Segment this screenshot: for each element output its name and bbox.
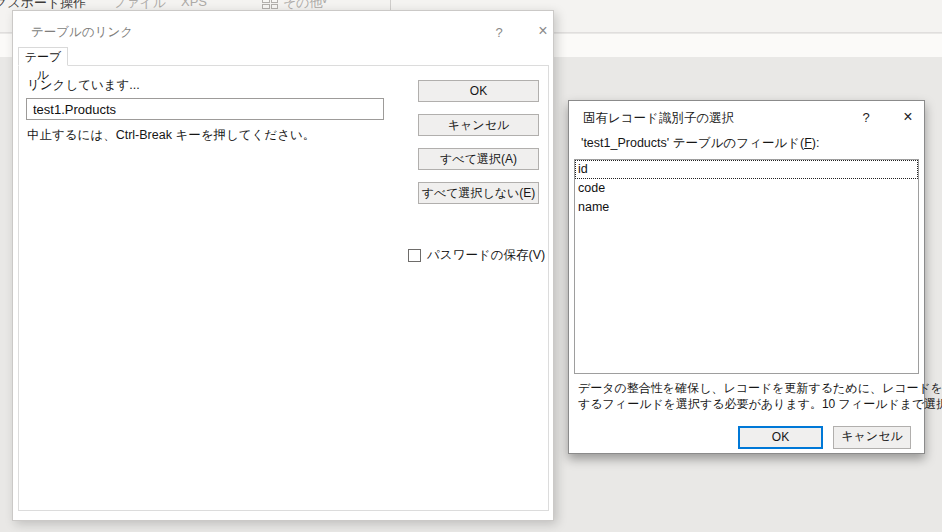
list-item[interactable]: name: [575, 198, 918, 217]
help-icon[interactable]: ?: [484, 25, 514, 40]
ok-button[interactable]: OK: [418, 80, 539, 102]
cancel-button[interactable]: キャンセル: [833, 426, 911, 449]
dialog-title: テーブルのリンク: [31, 24, 133, 41]
link-tables-dialog: テーブルのリンク ? × テーブル リンクしています... 中止するには、Ctr…: [12, 10, 554, 521]
list-item[interactable]: code: [575, 179, 918, 198]
save-password-checkbox[interactable]: [408, 249, 421, 262]
dialog-title: 固有レコード識別子の選択: [583, 110, 734, 127]
tab-tables[interactable]: テーブル: [18, 47, 68, 66]
cancel-hint-label: 中止するには、Ctrl-Break キーを押してください。: [27, 127, 315, 144]
select-all-button[interactable]: すべて選択(A): [418, 148, 539, 170]
ribbon-xps-button[interactable]: XPS: [181, 0, 207, 9]
linked-table-field[interactable]: [26, 98, 384, 120]
integrity-description: データの整合性を確保し、レコードを更新するために、レコードを一意に識別 するフィ…: [578, 381, 923, 412]
screen: クスポート操作 ファイル XPS その他 ∨ テーブルのリンク ? × テーブル…: [0, 0, 942, 532]
fields-listbox: id code name: [574, 159, 919, 374]
save-password-row: パスワードの保存(V): [408, 247, 545, 264]
unique-identifier-dialog: 固有レコード識別子の選択 ? × 'test1_Products' テーブルのフ…: [568, 100, 925, 454]
deselect-all-button[interactable]: すべて選択しない(E): [418, 182, 539, 204]
table-icon: [262, 0, 278, 9]
chevron-down-icon: ∨: [321, 0, 328, 5]
cancel-button[interactable]: キャンセル: [418, 114, 539, 136]
save-password-label: パスワードの保存(V): [427, 247, 545, 264]
close-icon[interactable]: ×: [528, 22, 558, 40]
close-icon[interactable]: ×: [893, 108, 923, 126]
tab-page: リンクしています... 中止するには、Ctrl-Break キーを押してください…: [18, 65, 549, 511]
ok-button[interactable]: OK: [738, 426, 823, 449]
list-item[interactable]: id: [575, 160, 918, 179]
fields-label: 'test1_Products' テーブルのフィールド(F):: [581, 135, 819, 152]
help-icon[interactable]: ?: [851, 110, 881, 125]
